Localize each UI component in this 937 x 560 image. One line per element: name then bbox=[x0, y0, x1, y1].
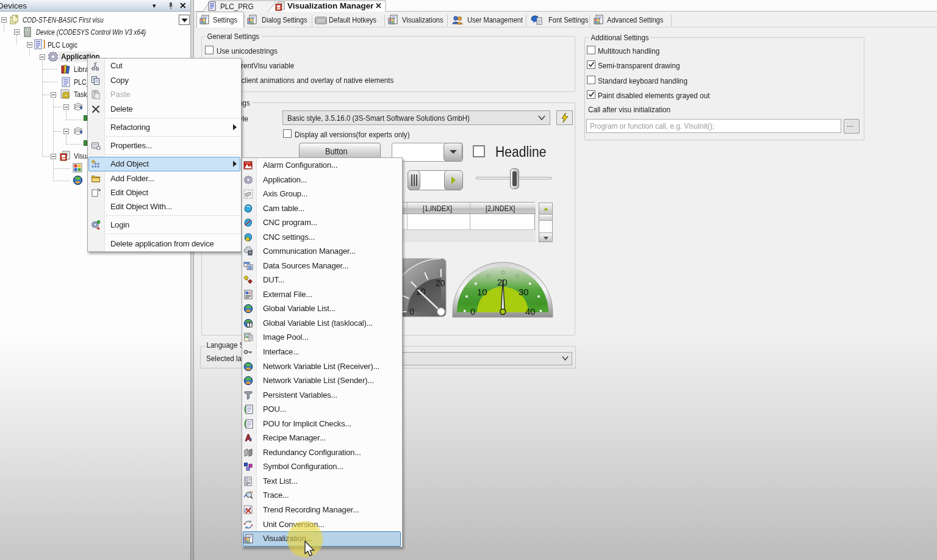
svg-text:20: 20 bbox=[436, 278, 445, 288]
svg-text:30: 30 bbox=[519, 287, 529, 297]
svg-text:10: 10 bbox=[477, 287, 487, 297]
svg-text:0: 0 bbox=[409, 307, 414, 317]
svg-text:0: 0 bbox=[470, 306, 475, 317]
svg-text:40: 40 bbox=[525, 306, 536, 317]
